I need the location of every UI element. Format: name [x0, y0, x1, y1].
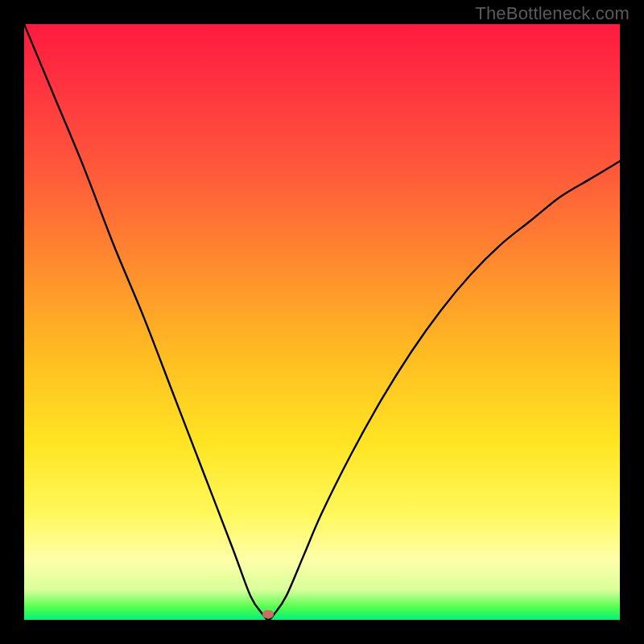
minimum-marker — [262, 610, 274, 618]
bottleneck-curve — [24, 24, 620, 620]
chart-frame: TheBottleneck.com — [0, 0, 644, 644]
plot-area — [24, 24, 620, 620]
watermark-text: TheBottleneck.com — [475, 3, 630, 24]
